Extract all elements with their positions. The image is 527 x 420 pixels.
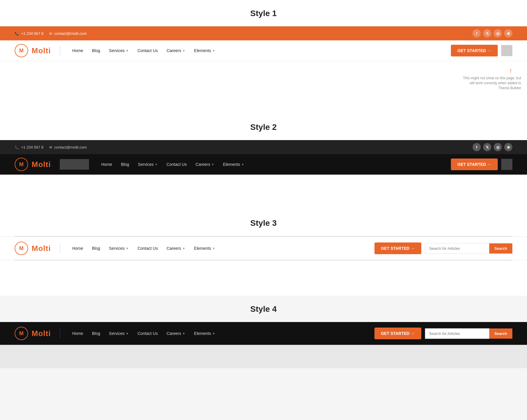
menu-button-style1[interactable] [501, 45, 512, 56]
phone-number-style2: +1 234 567 8 [21, 145, 43, 149]
nav-links-style2: Home Blog Services ▼ Contact Us Careers … [98, 160, 248, 168]
nav-careers-style2[interactable]: Careers ▼ [192, 160, 218, 168]
nav-home-style1[interactable]: Home [69, 47, 87, 55]
nav-blog-style3[interactable]: Blog [88, 244, 104, 252]
careers-caret-style2: ▼ [211, 163, 214, 166]
logo-divider-style3 [60, 243, 60, 254]
mail-icon-style2 [49, 145, 52, 149]
nav-services-style4[interactable]: Services ▼ [105, 329, 132, 338]
nav-contact-style4[interactable]: Contact Us [134, 329, 161, 338]
style2-title: Style 2 [0, 114, 527, 140]
services-caret-style3: ▼ [126, 247, 129, 250]
scroll-hint-style1: ↑ This might not show on this page, but … [0, 61, 527, 96]
nav-right-style4: GET STARTED → Search [374, 328, 512, 339]
style2-wrapper: Style 2 +1 234 567 8 contact@molti.com f… [0, 114, 527, 210]
dribbble-icon-style2[interactable]: ⊕ [504, 143, 512, 151]
email-contact-style1: contact@molti.com [49, 31, 87, 36]
page-container: Style 1 +1 234 567 8 contact@molti.com f… [0, 0, 527, 368]
email-address-style2: contact@molti.com [54, 145, 87, 149]
logo-text-style2: Molti [32, 160, 51, 169]
twitter-icon-style2[interactable]: 𝕏 [483, 143, 491, 151]
phone-icon-style2 [15, 145, 19, 149]
social-icons-style2: f 𝕏 ◎ ⊕ [473, 143, 512, 151]
logo-icon-style4: M [15, 327, 28, 340]
nav-contact-style1[interactable]: Contact Us [134, 47, 161, 55]
careers-caret-style4: ▼ [182, 332, 185, 335]
get-started-button-style3[interactable]: GET STARTED → [374, 242, 421, 254]
careers-caret-style3: ▼ [182, 247, 185, 250]
nav-right-style1: GET STARTED → [451, 45, 512, 56]
search-group-style4: Search [425, 328, 512, 339]
nav-elements-style3[interactable]: Elements ▼ [191, 244, 219, 252]
email-contact-style2: contact@molti.com [49, 145, 87, 149]
logo-icon-style1: M [15, 44, 28, 57]
style4-wrapper: Style 4 M Molti Home Blog Services ▼ Con… [0, 296, 527, 368]
get-started-button-style2[interactable]: GET STARTED → [451, 159, 498, 170]
phone-icon-style1 [15, 31, 19, 36]
style3-spacer [0, 261, 527, 278]
elements-caret-style4: ▼ [212, 332, 215, 335]
bottom-grey [0, 345, 527, 368]
careers-caret-style1: ▼ [182, 49, 185, 52]
nav-careers-style1[interactable]: Careers ▼ [163, 47, 189, 55]
nav-contact-style3[interactable]: Contact Us [134, 244, 161, 252]
nav-home-style3[interactable]: Home [69, 244, 87, 252]
nav-links-style3: Home Blog Services ▼ Contact Us Careers … [69, 244, 219, 252]
nav-services-style1[interactable]: Services ▼ [105, 47, 132, 55]
style1-wrapper: Style 1 +1 234 567 8 contact@molti.com f… [0, 0, 527, 114]
instagram-icon-style2[interactable]: ◎ [494, 143, 502, 151]
get-started-button-style1[interactable]: GET STARTED → [451, 45, 498, 56]
nav-elements-style4[interactable]: Elements ▼ [191, 329, 219, 338]
nav-services-style3[interactable]: Services ▼ [105, 244, 132, 252]
phone-contact-style2: +1 234 567 8 [15, 145, 43, 149]
facebook-icon-style1[interactable]: f [473, 29, 481, 37]
style3-title: Style 3 [0, 210, 527, 236]
logo-area-style3: M Molti Home Blog Services ▼ Contact Us … [15, 242, 219, 255]
nav-elements-style1[interactable]: Elements ▼ [191, 47, 219, 55]
services-caret-style4: ▼ [126, 332, 129, 335]
elements-caret-style3: ▼ [212, 247, 215, 250]
search-group-style3: Search [425, 243, 512, 254]
logo-text-style1: Molti [32, 46, 51, 55]
logo-divider-style4 [60, 328, 60, 339]
get-started-button-style4[interactable]: GET STARTED → [374, 328, 421, 339]
logo-area-style2: M Molti Home Blog Services ▼ Contact Us … [15, 158, 248, 171]
mail-icon-style1 [49, 31, 52, 36]
instagram-icon-style1[interactable]: ◎ [494, 29, 502, 37]
nav-careers-style3[interactable]: Careers ▼ [163, 244, 189, 252]
style4-title: Style 4 [0, 296, 527, 322]
logo-divider-style1 [60, 45, 60, 56]
topbar-left-style2: +1 234 567 8 contact@molti.com [15, 145, 87, 149]
nav-blog-style4[interactable]: Blog [88, 329, 104, 338]
nav-home-style2[interactable]: Home [98, 160, 116, 168]
scroll-note-style1: This might not show on this page, but wi… [463, 76, 521, 90]
logo-area-style4: M Molti Home Blog Services ▼ Contact Us … [15, 327, 219, 340]
search-button-style3[interactable]: Search [489, 243, 512, 254]
nav-contact-style2[interactable]: Contact Us [163, 160, 190, 168]
nav-blog-style1[interactable]: Blog [88, 47, 104, 55]
topbar-style2: +1 234 567 8 contact@molti.com f 𝕏 ◎ ⊕ [0, 140, 527, 154]
twitter-icon-style1[interactable]: 𝕏 [483, 29, 491, 37]
search-button-style4[interactable]: Search [489, 328, 512, 339]
services-caret-style1: ▼ [126, 49, 129, 52]
logo-icon-style2: M [15, 158, 28, 171]
logo-text-style3: Molti [32, 244, 51, 253]
nav-home-style4[interactable]: Home [69, 329, 87, 338]
search-input-style3[interactable] [425, 243, 489, 254]
phone-number-style1: +1 234 567 8 [21, 31, 43, 36]
nav-careers-style4[interactable]: Careers ▼ [163, 329, 189, 338]
facebook-icon-style2[interactable]: f [473, 143, 481, 151]
dribbble-icon-style1[interactable]: ⊕ [504, 29, 512, 37]
elements-caret-style1: ▼ [212, 49, 215, 52]
nav-blog-style2[interactable]: Blog [117, 160, 133, 168]
logo-area-style1: M Molti Home Blog Services ▼ Contact Us … [15, 44, 219, 57]
navbar-style3: M Molti Home Blog Services ▼ Contact Us … [0, 237, 527, 260]
nav-services-style2[interactable]: Services ▼ [134, 160, 161, 168]
nav-elements-style2[interactable]: Elements ▼ [220, 160, 248, 168]
search-input-style4[interactable] [425, 328, 489, 339]
logo-icon-style3: M [15, 242, 28, 255]
phone-contact-style1: +1 234 567 8 [15, 31, 43, 36]
services-caret-style2: ▼ [155, 163, 158, 166]
menu-button-style2[interactable] [501, 159, 512, 170]
navbar-style2: M Molti Home Blog Services ▼ Contact Us … [0, 154, 527, 175]
